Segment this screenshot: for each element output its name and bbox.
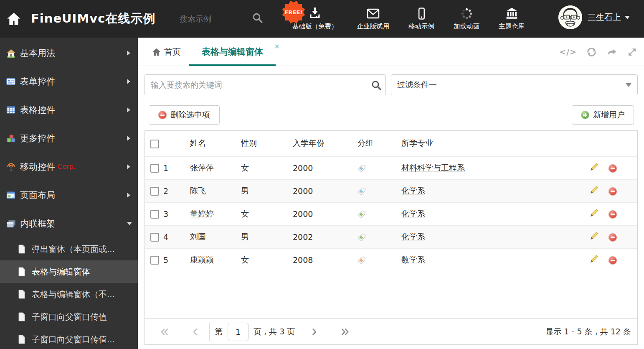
last-page-icon[interactable] [335,328,355,336]
header-search-input[interactable] [179,11,247,26]
edit-icon[interactable] [590,163,598,173]
chevron-right-icon [127,51,130,56]
next-page-icon[interactable] [305,328,324,336]
table-row[interactable]: 4 刘国 男 2002 化学系 [145,225,637,248]
nav-item-enterprise-trial[interactable]: 企业版试用 [357,7,390,31]
sidebar-item-label: 基本用法 [20,47,55,59]
sidebar-subitem-label: 弹出窗体（本页面或... [32,244,115,255]
tab-toolbar: </> [559,38,637,66]
share-icon[interactable] [606,46,618,58]
tab-grid-edit-window[interactable]: 表格与编辑窗体 ✕ [189,38,276,66]
page-number-input[interactable] [228,323,248,341]
sidebar-item-more-controls[interactable]: 更多控件 [0,124,138,153]
tab-label: 首页 [164,46,181,58]
page-label-prefix: 第 [215,326,223,337]
add-user-button[interactable]: 新增用户 [572,105,634,125]
antenna-icon [6,162,16,172]
cell-year: 2000 [289,156,354,179]
select-all-checkbox[interactable] [150,140,159,148]
nav-item-mobile-demo[interactable]: 移动示例 [408,7,434,31]
table-row[interactable]: 1 张萍萍 女 2000 材料科学与工程系 [145,156,637,179]
column-header-year[interactable]: 入学年份 [289,131,354,156]
column-header-major[interactable]: 所学专业 [396,131,590,156]
delete-icon[interactable] [609,233,617,242]
file-icon [18,290,26,299]
sidebar-item-page-layout[interactable]: 页面布局 [0,181,138,209]
sidebar: 基本用法 表单控件 表格控件 更多控件 移动控件 Corp. 页面布局 [0,38,138,349]
cell-name: 陈飞 [182,179,241,202]
row-checkbox[interactable] [150,210,159,219]
expand-icon[interactable] [627,47,637,57]
first-page-icon[interactable] [154,328,175,336]
sidebar-item-basic-usage[interactable]: 基本用法 [0,39,138,67]
nav-item-loading-animations[interactable]: 加载动画 [454,7,479,31]
nav-item-label: 主题仓库 [499,22,525,31]
row-checkbox[interactable] [150,233,159,242]
sidebar-subitem-grid-edit-window[interactable]: 表格与编辑窗体 [0,260,138,283]
filter-dropdown[interactable]: 过滤条件一 [391,74,638,95]
row-checkbox[interactable] [150,256,159,265]
cell-name: 董婷婷 [182,202,241,225]
home-icon[interactable] [6,11,22,27]
sidebar-subitem-label: 子窗口向父窗口传值 [32,311,107,323]
keyword-search-input[interactable] [145,74,386,95]
delete-icon[interactable] [609,210,617,219]
major-link[interactable]: 材料科学与工程系 [401,163,465,172]
row-checkbox[interactable] [150,187,159,196]
file-icon [18,312,26,321]
tag-icon [357,210,366,219]
nav-item-basic-free[interactable]: FREE! 基础版（免费） [292,7,338,31]
nav-item-label: 移动示例 [408,22,434,31]
sidebar-item-inline-frame[interactable]: 内联框架 [0,209,138,238]
table-row[interactable]: 5 康颖颖 女 2008 数学系 [145,248,637,271]
edit-icon[interactable] [590,186,598,196]
sidebar-item-label: 移动控件 [20,161,55,173]
edit-icon[interactable] [590,232,598,242]
column-header-name[interactable]: 姓名 [182,131,241,156]
button-label: 删除选中项 [170,110,210,120]
user-menu[interactable]: 三生石上 [558,5,630,29]
tab-bar: 首页 表格与编辑窗体 ✕ </> [138,38,644,66]
sidebar-item-form-controls[interactable]: 表单控件 [0,67,138,96]
refresh-icon[interactable] [586,46,597,58]
delete-icon[interactable] [609,187,617,196]
cell-name: 康颖颖 [182,248,241,271]
user-grid-panel: 姓名 性别 入学年份 分组 所学专业 1 张萍萍 女 2000 材料科学与工程系 [145,130,638,345]
tag-icon [357,164,366,173]
spinner-icon [460,7,473,20]
edit-icon[interactable] [590,255,598,265]
search-icon[interactable] [371,80,382,92]
file-icon [18,335,26,344]
edit-icon[interactable] [590,209,598,219]
major-link[interactable]: 化学系 [401,209,425,218]
delete-selected-button[interactable]: 删除选中项 [149,105,220,125]
major-link[interactable]: 化学系 [401,232,425,241]
delete-icon[interactable] [609,256,617,265]
view-source-icon[interactable]: </> [559,47,577,56]
row-number: 2 [163,179,182,202]
chevron-down-icon [626,83,631,87]
chevron-right-icon [127,193,130,198]
search-icon[interactable] [252,12,263,25]
table-row[interactable]: 3 董婷婷 女 2000 化学系 [145,202,637,225]
major-link[interactable]: 数学系 [401,255,425,264]
sidebar-subitem-child-to-parent[interactable]: 子窗口向父窗口传值 [0,306,138,328]
row-checkbox[interactable] [150,164,159,173]
delete-icon[interactable] [609,164,617,173]
column-header-group[interactable]: 分组 [354,131,396,156]
sidebar-subitem-popup-window[interactable]: 弹出窗体（本页面或... [0,238,138,260]
close-icon[interactable]: ✕ [274,43,280,51]
column-header-gender[interactable]: 性别 [241,131,289,156]
tab-home[interactable]: 首页 [152,38,181,66]
nav-item-theme-store[interactable]: 主题仓库 [499,7,525,31]
record-summary: 显示 1 - 5 条 , 共 12 条 [545,326,631,337]
sidebar-subitem-child-to-parent-2[interactable]: 子窗口向父窗口传值... [0,328,138,349]
cell-year: 2008 [289,248,354,271]
sidebar-item-grid-controls[interactable]: 表格控件 [0,96,138,124]
prev-page-icon[interactable] [186,328,204,336]
sidebar-subitem-grid-edit-window-2[interactable]: 表格与编辑窗体（不... [0,283,138,306]
header-nav: FREE! 基础版（免费） 企业版试用 移动示例 [292,0,525,38]
table-row[interactable]: 2 陈飞 男 2000 化学系 [145,179,637,202]
major-link[interactable]: 化学系 [401,186,425,195]
sidebar-item-mobile-controls[interactable]: 移动控件 Corp. [0,153,138,181]
